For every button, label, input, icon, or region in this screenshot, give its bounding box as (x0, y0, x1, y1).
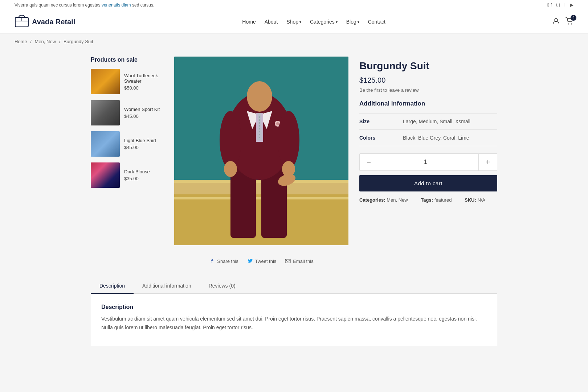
nav-blog[interactable]: Blog▾ (346, 19, 359, 25)
sidebar-product-3[interactable]: Light Blue Shirt $45.00 (91, 131, 163, 157)
sidebar-product-4-info: Dark Blouse $35.00 (124, 162, 150, 188)
email-share-button[interactable]: Email this (285, 258, 313, 264)
sidebar: Products on sale Wool Turtleneck Sweater… (91, 57, 163, 264)
product-image-container: Share this Tweet this Email this (174, 57, 348, 264)
svg-point-22 (224, 161, 237, 177)
header: Avada Retail Home About Shop▾ Categories… (0, 10, 588, 34)
svg-point-20 (220, 111, 241, 169)
email-share-icon (285, 258, 291, 264)
nav-about[interactable]: About (265, 19, 278, 25)
logo-icon (15, 15, 29, 29)
blog-dropdown-arrow: ▾ (358, 20, 359, 24)
sidebar-product-1-image (91, 69, 120, 94)
nav-contact[interactable]: Contact (368, 19, 385, 25)
announcement-text: Viverra quis quam nec cursus lorem egest… (15, 3, 154, 8)
svg-point-21 (278, 111, 299, 169)
svg-point-24 (247, 81, 272, 112)
tab-additional-info[interactable]: Additional information (134, 278, 200, 294)
logo[interactable]: Avada Retail (15, 15, 75, 29)
instagram-icon[interactable]: i (564, 2, 565, 8)
product-main-image (174, 57, 348, 245)
breadcrumb-sep-1: / (30, 39, 33, 44)
twitter-share-button[interactable]: Tweet this (247, 258, 277, 264)
youtube-icon[interactable]: ▶ (570, 2, 573, 8)
nav-home[interactable]: Home (242, 19, 256, 25)
description-title: Description (101, 304, 487, 310)
sidebar-product-2-info: Women Sport Kit $45.00 (124, 100, 160, 125)
colors-value: Black, Blue Grey, Coral, Lime (403, 135, 469, 141)
announcement-link[interactable]: venenatis diam (102, 3, 131, 8)
product-info: Burgundy Suit $125.00 Be the first to le… (359, 57, 497, 264)
product-title: Burgundy Suit (359, 60, 497, 72)
nav-categories[interactable]: Categories▾ (310, 19, 338, 25)
quantity-increase-button[interactable]: + (479, 154, 497, 170)
product-review[interactable]: Be the first to leave a review. (359, 87, 497, 93)
sidebar-product-1-info: Wool Turtleneck Sweater $50.00 (124, 69, 163, 94)
shop-dropdown-arrow: ▾ (299, 20, 301, 24)
social-links:  f t t i ▶ (547, 2, 573, 8)
twitter-icon[interactable]: t t (556, 2, 560, 8)
sidebar-title: Products on sale (91, 57, 163, 63)
facebook-icon[interactable]:  f (547, 2, 552, 8)
nav-shop[interactable]: Shop▾ (286, 19, 301, 25)
facebook-share-label: Share this (217, 259, 238, 264)
top-bar: Viverra quis quam nec cursus lorem egest… (0, 0, 588, 10)
breadcrumb-category[interactable]: Men, New (35, 39, 56, 44)
sidebar-product-2[interactable]: Women Sport Kit $45.00 (91, 100, 163, 125)
add-to-cart-button[interactable]: Add to cart (359, 175, 497, 191)
breadcrumb-current: Burgundy Suit (64, 39, 93, 44)
svg-point-5 (571, 23, 572, 24)
tabs-nav: Description Additional information Revie… (91, 278, 497, 294)
product-area: Share this Tweet this Email this (174, 57, 497, 264)
svg-point-3 (555, 18, 558, 21)
sidebar-product-1-name: Wool Turtleneck Sweater (124, 73, 163, 84)
facebook-share-icon (209, 258, 215, 264)
product-meta: Categories: Men, New Tags: featured SKU:… (359, 197, 497, 203)
quantity-input[interactable] (378, 154, 479, 170)
sidebar-product-4-image (91, 162, 120, 188)
sidebar-product-4[interactable]: Dark Blouse $35.00 (91, 162, 163, 188)
product-image-svg (174, 57, 348, 245)
sidebar-product-1[interactable]: Wool Turtleneck Sweater $50.00 (91, 69, 163, 94)
svg-rect-28 (285, 259, 290, 263)
cart-badge: 4 (571, 15, 576, 21)
sidebar-product-4-price: $35.00 (124, 176, 150, 181)
product-price: $125.00 (359, 76, 497, 84)
facebook-share-button[interactable]: Share this (209, 258, 238, 264)
breadcrumb: Home / Men, New / Burgundy Suit (0, 34, 588, 49)
main-content: Products on sale Wool Turtleneck Sweater… (76, 49, 512, 278)
breadcrumb-sep-2: / (59, 39, 62, 44)
tab-reviews[interactable]: Reviews (0) (200, 278, 244, 294)
header-actions: 4 (552, 17, 573, 27)
sidebar-product-3-image (91, 131, 120, 157)
quantity-row: − + (359, 153, 497, 171)
logo-text: Avada Retail (32, 18, 75, 26)
main-nav: Home About Shop▾ Categories▾ Blog▾ Conta… (242, 19, 385, 25)
size-row: Size Large, Medium, Small, Xsmall (359, 114, 497, 130)
cart-icon[interactable]: 4 (565, 17, 573, 27)
colors-row: Colors Black, Blue Grey, Coral, Lime (359, 130, 497, 146)
sidebar-product-2-name: Women Sport Kit (124, 107, 160, 112)
tab-description[interactable]: Description (91, 278, 134, 294)
svg-point-4 (568, 23, 569, 24)
product-top: Share this Tweet this Email this (174, 57, 497, 264)
breadcrumb-home[interactable]: Home (15, 39, 27, 44)
svg-point-19 (276, 122, 279, 125)
sidebar-product-1-price: $50.00 (124, 85, 163, 91)
share-bar: Share this Tweet this Email this (174, 252, 348, 264)
categories-meta: Categories: Men, New (359, 197, 414, 203)
sidebar-product-4-name: Dark Blouse (124, 169, 150, 174)
sidebar-product-2-image (91, 100, 120, 125)
description-text: Vestibulum ac diam sit amet quam vehicul… (101, 315, 487, 332)
sidebar-product-3-info: Light Blue Shirt $45.00 (124, 131, 156, 157)
tags-meta: Tags: featured (421, 197, 457, 203)
sidebar-product-3-price: $45.00 (124, 145, 156, 150)
account-icon[interactable] (552, 17, 560, 26)
twitter-share-label: Tweet this (255, 259, 277, 264)
colors-label: Colors (359, 135, 403, 141)
quantity-decrease-button[interactable]: − (360, 154, 378, 170)
categories-dropdown-arrow: ▾ (336, 20, 338, 24)
sidebar-product-2-price: $45.00 (124, 114, 160, 119)
size-value: Large, Medium, Small, Xsmall (403, 119, 470, 124)
email-share-label: Email this (293, 259, 313, 264)
